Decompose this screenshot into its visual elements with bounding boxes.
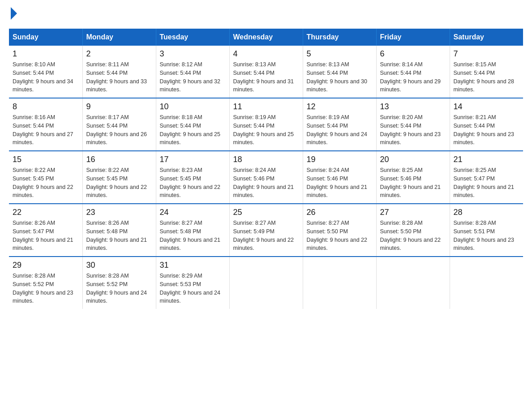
calendar-cell: 24 Sunrise: 8:27 AM Sunset: 5:48 PM Dayl… xyxy=(156,204,229,257)
calendar-cell: 19 Sunrise: 8:24 AM Sunset: 5:46 PM Dayl… xyxy=(303,151,376,204)
day-info: Sunrise: 8:20 AM Sunset: 5:44 PM Dayligh… xyxy=(380,113,446,147)
sunrise-label: Sunrise: 8:20 AM xyxy=(380,114,423,120)
calendar-cell: 26 Sunrise: 8:27 AM Sunset: 5:50 PM Dayl… xyxy=(303,204,376,257)
daylight-label: Daylight: 9 hours and 26 minutes. xyxy=(86,131,147,146)
day-info: Sunrise: 8:10 AM Sunset: 5:44 PM Dayligh… xyxy=(13,60,79,94)
sunrise-label: Sunrise: 8:25 AM xyxy=(454,167,496,173)
day-info: Sunrise: 8:19 AM Sunset: 5:44 PM Dayligh… xyxy=(307,113,373,147)
sunset-label: Sunset: 5:48 PM xyxy=(160,228,201,235)
calendar-cell xyxy=(450,257,523,309)
day-number: 19 xyxy=(307,155,373,164)
weekday-header-tuesday: Tuesday xyxy=(156,29,229,46)
sunrise-label: Sunrise: 8:28 AM xyxy=(13,273,55,279)
calendar-cell: 29 Sunrise: 8:28 AM Sunset: 5:52 PM Dayl… xyxy=(9,257,82,309)
sunrise-label: Sunrise: 8:22 AM xyxy=(13,167,55,173)
daylight-label: Daylight: 9 hours and 23 minutes. xyxy=(380,131,441,146)
sunrise-label: Sunrise: 8:23 AM xyxy=(160,167,202,173)
day-info: Sunrise: 8:22 AM Sunset: 5:45 PM Dayligh… xyxy=(13,166,79,200)
sunrise-label: Sunrise: 8:11 AM xyxy=(86,61,129,68)
sunrise-label: Sunrise: 8:13 AM xyxy=(233,61,276,68)
sunrise-label: Sunrise: 8:26 AM xyxy=(13,220,55,226)
sunset-label: Sunset: 5:47 PM xyxy=(13,228,54,235)
daylight-label: Daylight: 9 hours and 24 minutes. xyxy=(86,290,147,304)
sunset-label: Sunset: 5:46 PM xyxy=(307,176,348,182)
logo xyxy=(9,9,17,20)
day-info: Sunrise: 8:27 AM Sunset: 5:50 PM Dayligh… xyxy=(307,219,373,253)
sunset-label: Sunset: 5:45 PM xyxy=(13,176,54,182)
weekday-header-saturday: Saturday xyxy=(450,29,523,46)
sunset-label: Sunset: 5:44 PM xyxy=(454,70,495,76)
day-info: Sunrise: 8:18 AM Sunset: 5:44 PM Dayligh… xyxy=(160,113,226,147)
day-number: 4 xyxy=(233,49,299,59)
day-info: Sunrise: 8:13 AM Sunset: 5:44 PM Dayligh… xyxy=(233,60,299,94)
calendar-cell: 10 Sunrise: 8:18 AM Sunset: 5:44 PM Dayl… xyxy=(156,98,229,151)
day-number: 15 xyxy=(13,155,79,164)
day-info: Sunrise: 8:23 AM Sunset: 5:45 PM Dayligh… xyxy=(160,166,226,200)
daylight-label: Daylight: 9 hours and 23 minutes. xyxy=(454,131,515,146)
sunset-label: Sunset: 5:44 PM xyxy=(13,70,54,76)
calendar-cell: 7 Sunrise: 8:15 AM Sunset: 5:44 PM Dayli… xyxy=(450,46,523,98)
calendar-cell: 21 Sunrise: 8:25 AM Sunset: 5:47 PM Dayl… xyxy=(450,151,523,204)
day-number: 11 xyxy=(233,102,299,111)
daylight-label: Daylight: 9 hours and 29 minutes. xyxy=(380,78,441,93)
sunrise-label: Sunrise: 8:24 AM xyxy=(233,167,276,173)
weekday-header-sunday: Sunday xyxy=(9,29,82,46)
calendar-cell: 15 Sunrise: 8:22 AM Sunset: 5:45 PM Dayl… xyxy=(9,151,82,204)
day-info: Sunrise: 8:28 AM Sunset: 5:50 PM Dayligh… xyxy=(380,219,446,253)
daylight-label: Daylight: 9 hours and 33 minutes. xyxy=(86,78,147,93)
sunrise-label: Sunrise: 8:24 AM xyxy=(307,167,349,173)
sunset-label: Sunset: 5:44 PM xyxy=(380,123,421,129)
day-info: Sunrise: 8:24 AM Sunset: 5:46 PM Dayligh… xyxy=(307,166,373,200)
day-number: 3 xyxy=(160,49,226,59)
calendar-header-row: SundayMondayTuesdayWednesdayThursdayFrid… xyxy=(9,29,523,46)
calendar-cell: 1 Sunrise: 8:10 AM Sunset: 5:44 PM Dayli… xyxy=(9,46,82,98)
weekday-header-thursday: Thursday xyxy=(303,29,376,46)
sunset-label: Sunset: 5:44 PM xyxy=(86,70,128,76)
sunset-label: Sunset: 5:44 PM xyxy=(454,123,495,129)
day-number: 31 xyxy=(160,261,226,270)
sunset-label: Sunset: 5:49 PM xyxy=(233,228,275,235)
day-number: 25 xyxy=(233,208,299,217)
day-info: Sunrise: 8:12 AM Sunset: 5:44 PM Dayligh… xyxy=(160,60,226,94)
sunset-label: Sunset: 5:44 PM xyxy=(233,70,275,76)
calendar-cell: 9 Sunrise: 8:17 AM Sunset: 5:44 PM Dayli… xyxy=(82,98,156,151)
daylight-label: Daylight: 9 hours and 22 minutes. xyxy=(86,184,147,199)
daylight-label: Daylight: 9 hours and 21 minutes. xyxy=(233,184,294,199)
sunset-label: Sunset: 5:44 PM xyxy=(380,70,421,76)
sunset-label: Sunset: 5:45 PM xyxy=(86,176,128,182)
sunset-label: Sunset: 5:44 PM xyxy=(307,123,348,129)
sunrise-label: Sunrise: 8:27 AM xyxy=(307,220,349,226)
day-info: Sunrise: 8:24 AM Sunset: 5:46 PM Dayligh… xyxy=(233,166,299,200)
day-number: 5 xyxy=(307,49,373,59)
calendar-week-row: 8 Sunrise: 8:16 AM Sunset: 5:44 PM Dayli… xyxy=(9,98,523,151)
day-info: Sunrise: 8:15 AM Sunset: 5:44 PM Dayligh… xyxy=(454,60,520,94)
day-number: 27 xyxy=(380,208,446,217)
day-number: 17 xyxy=(160,155,226,164)
daylight-label: Daylight: 9 hours and 30 minutes. xyxy=(307,78,368,93)
sunset-label: Sunset: 5:50 PM xyxy=(380,228,421,235)
sunset-label: Sunset: 5:44 PM xyxy=(233,123,275,129)
calendar-cell xyxy=(376,257,450,309)
day-info: Sunrise: 8:14 AM Sunset: 5:44 PM Dayligh… xyxy=(380,60,446,94)
sunset-label: Sunset: 5:52 PM xyxy=(13,281,54,287)
sunset-label: Sunset: 5:52 PM xyxy=(86,281,128,287)
sunrise-label: Sunrise: 8:27 AM xyxy=(233,220,276,226)
calendar-cell: 8 Sunrise: 8:16 AM Sunset: 5:44 PM Dayli… xyxy=(9,98,82,151)
day-info: Sunrise: 8:17 AM Sunset: 5:44 PM Dayligh… xyxy=(86,113,152,147)
daylight-label: Daylight: 9 hours and 32 minutes. xyxy=(160,78,221,93)
calendar-week-row: 22 Sunrise: 8:26 AM Sunset: 5:47 PM Dayl… xyxy=(9,204,523,257)
sunrise-label: Sunrise: 8:14 AM xyxy=(380,61,423,68)
calendar-cell xyxy=(303,257,376,309)
sunset-label: Sunset: 5:44 PM xyxy=(160,123,201,129)
calendar-cell: 2 Sunrise: 8:11 AM Sunset: 5:44 PM Dayli… xyxy=(82,46,156,98)
calendar-cell: 11 Sunrise: 8:19 AM Sunset: 5:44 PM Dayl… xyxy=(229,98,303,151)
sunset-label: Sunset: 5:44 PM xyxy=(160,70,201,76)
sunrise-label: Sunrise: 8:22 AM xyxy=(86,167,129,173)
calendar-cell: 20 Sunrise: 8:25 AM Sunset: 5:46 PM Dayl… xyxy=(376,151,450,204)
daylight-label: Daylight: 9 hours and 24 minutes. xyxy=(160,290,221,304)
sunset-label: Sunset: 5:46 PM xyxy=(233,176,275,182)
daylight-label: Daylight: 9 hours and 24 minutes. xyxy=(307,131,368,146)
sunset-label: Sunset: 5:51 PM xyxy=(454,228,495,235)
day-number: 23 xyxy=(86,208,152,217)
day-info: Sunrise: 8:26 AM Sunset: 5:48 PM Dayligh… xyxy=(86,219,152,253)
